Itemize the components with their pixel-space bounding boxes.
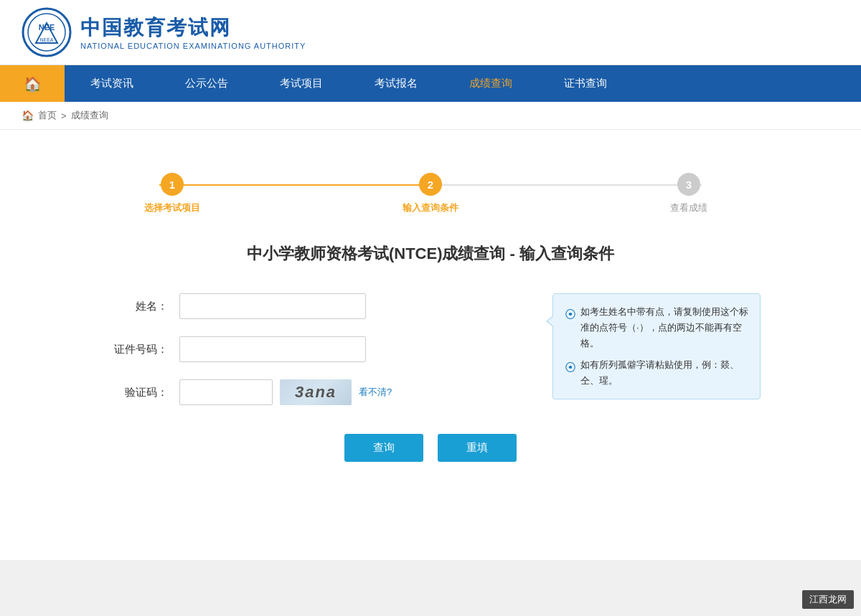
- breadcrumb-home[interactable]: 首页: [38, 109, 57, 122]
- name-input[interactable]: [179, 293, 366, 319]
- logo-area: NEE NEEA 中国教育考试网 NATIONAL EDUCATION EXAM…: [22, 7, 306, 57]
- captcha-display: 3ana: [280, 379, 352, 405]
- query-button[interactable]: 查询: [344, 434, 423, 462]
- step-3-label: 查看成绩: [670, 202, 707, 214]
- site-subtitle: NATIONAL EDUCATION EXAMINATIONG AUTHORIT…: [80, 42, 306, 50]
- step-2: 2 输入查询条件: [301, 173, 560, 214]
- captcha-image[interactable]: 3ana: [280, 379, 352, 405]
- svg-point-0: [23, 9, 70, 56]
- captcha-input[interactable]: [179, 379, 273, 405]
- step-2-circle: 2: [419, 173, 442, 196]
- captcha-refresh-link[interactable]: 看不清?: [359, 386, 392, 399]
- tip-dot-2: ⦿: [565, 358, 576, 389]
- tooltip-item-2: ⦿ 如有所列孤僻字请粘贴使用，例：燚、仝、瑆。: [565, 357, 748, 389]
- content-wrapper: NEE NEEA 中国教育考试网 NATIONAL EDUCATION EXAM…: [0, 0, 861, 560]
- nav-home-button[interactable]: 🏠: [0, 65, 65, 102]
- button-row: 查询 重填: [108, 434, 753, 462]
- tooltip-item-1: ⦿ 如考生姓名中带有点，请复制使用这个标准的点符号（·），点的两边不能再有空格。: [565, 304, 748, 351]
- main-content: 1 选择考试项目 2 输入查询条件 3 查看成绩 中小学教师资格考试(NTCE)…: [14, 130, 847, 560]
- name-label: 姓名：: [108, 300, 179, 313]
- header: NEE NEEA 中国教育考试网 NATIONAL EDUCATION EXAM…: [0, 0, 861, 65]
- step-3: 3 查看成绩: [560, 173, 818, 214]
- svg-text:NEEA: NEEA: [39, 37, 53, 42]
- steps-indicator: 1 选择考试项目 2 输入查询条件 3 查看成绩: [43, 173, 818, 214]
- step-3-circle: 3: [677, 173, 700, 196]
- tooltip-box: ⦿ 如考生姓名中带有点，请复制使用这个标准的点符号（·），点的两边不能再有空格。…: [552, 293, 761, 399]
- breadcrumb-home-icon: 🏠: [22, 110, 34, 121]
- step-1-label: 选择考试项目: [144, 202, 200, 214]
- step-1: 1 选择考试项目: [43, 173, 301, 214]
- tip-text-1: 如考生姓名中带有点，请复制使用这个标准的点符号（·），点的两边不能再有空格。: [580, 304, 748, 351]
- svg-point-1: [28, 14, 65, 51]
- tip-text-2: 如有所列孤僻字请粘贴使用，例：燚、仝、瑆。: [580, 357, 748, 389]
- step-1-circle: 1: [161, 173, 184, 196]
- id-input[interactable]: [179, 336, 366, 362]
- nav-item-kszx[interactable]: 考试资讯: [65, 65, 159, 102]
- captcha-label: 验证码：: [108, 386, 179, 399]
- tooltip-arrow-inner: [547, 316, 555, 327]
- tip-dot-1: ⦿: [565, 305, 576, 351]
- id-label: 证件号码：: [108, 343, 179, 356]
- nav-item-gzgg[interactable]: 公示公告: [159, 65, 254, 102]
- nav-item-zscx[interactable]: 证书查询: [538, 65, 633, 102]
- step-2-label: 输入查询条件: [403, 202, 458, 214]
- form-area: ⦿ 如考生姓名中带有点，请复制使用这个标准的点符号（·），点的两边不能再有空格。…: [108, 293, 753, 462]
- watermark: 江西龙网: [802, 590, 854, 609]
- navigation: 🏠 考试资讯 公示公告 考试项目 考试报名 成绩查询 证书查询: [0, 65, 861, 102]
- form-title: 中小学教师资格考试(NTCE)成绩查询 - 输入查询条件: [43, 243, 818, 265]
- nav-item-ksxm[interactable]: 考试项目: [254, 65, 349, 102]
- page-wrapper: NEE NEEA 中国教育考试网 NATIONAL EDUCATION EXAM…: [0, 0, 861, 616]
- reset-button[interactable]: 重填: [438, 434, 517, 462]
- site-title: 中国教育考试网: [80, 14, 306, 42]
- breadcrumb: 🏠 首页 > 成绩查询: [0, 102, 861, 130]
- nav-item-cjcx[interactable]: 成绩查询: [443, 65, 538, 102]
- captcha-area: 3ana 看不清?: [179, 379, 392, 405]
- logo-text: 中国教育考试网 NATIONAL EDUCATION EXAMINATIONG …: [80, 14, 306, 50]
- nav-item-ksbm[interactable]: 考试报名: [349, 65, 443, 102]
- logo-icon: NEE NEEA: [22, 7, 72, 57]
- breadcrumb-separator: >: [61, 110, 67, 121]
- breadcrumb-current: 成绩查询: [71, 109, 108, 122]
